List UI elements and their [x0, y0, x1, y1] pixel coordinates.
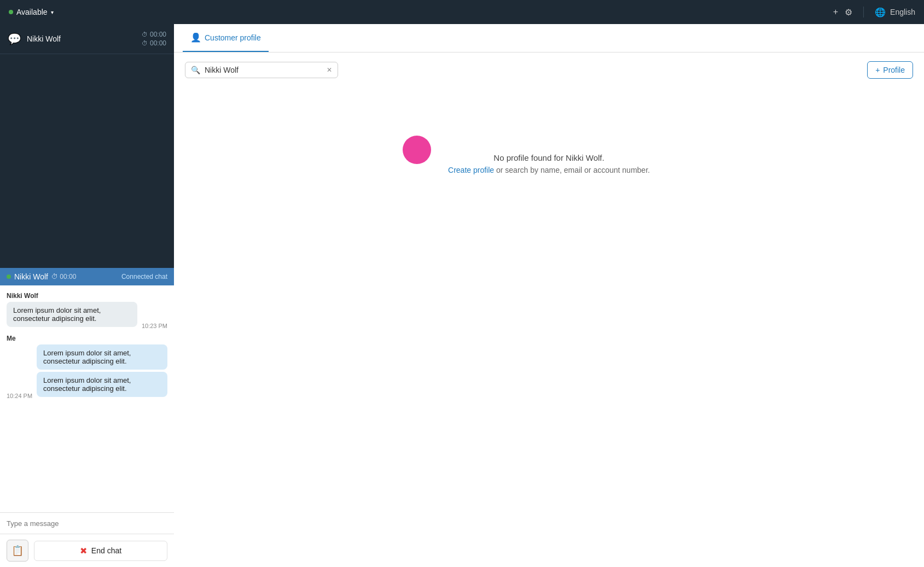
queued-time-1: 00:00 — [150, 31, 166, 38]
search-icon: 🔍 — [191, 66, 200, 74]
queued-time-2: 00:00 — [150, 39, 166, 47]
connected-dot — [7, 274, 11, 279]
sidebar: 💬 Nikki Wolf ⏱ 00:00 ⏱ 00:00 — [0, 24, 174, 567]
clock-icon-1: ⏱ — [142, 31, 148, 38]
status-label: Available — [16, 8, 48, 16]
queued-chat-name: Nikki Wolf — [27, 34, 136, 43]
msg-bubble-left: Lorem ipsum dolor sit amet, consectetur … — [7, 302, 137, 327]
connected-label: Connected chat — [121, 273, 167, 280]
table-row: Nikki Wolf Lorem ipsum dolor sit amet, c… — [7, 292, 167, 329]
end-chat-label: End chat — [91, 546, 121, 555]
left-msg-group: Nikki Wolf Lorem ipsum dolor sit amet, c… — [7, 292, 137, 329]
table-row: Me 10:24 PM Lorem ipsum dolor sit amet, … — [7, 335, 167, 399]
sender-name-nikki: Nikki Wolf — [7, 292, 137, 300]
status-dot — [9, 10, 13, 14]
active-chat-timer: ⏱ 00:00 — [51, 273, 76, 280]
sidebar-bottom: 📋 ✖ End chat — [0, 534, 174, 567]
msg-right-row-1: 10:24 PM Lorem ipsum dolor sit amet, con… — [7, 344, 167, 399]
search-input[interactable] — [205, 66, 322, 74]
sender-name-me: Me — [7, 335, 16, 342]
main-area: 💬 Nikki Wolf ⏱ 00:00 ⏱ 00:00 — [0, 24, 924, 567]
add-icon[interactable]: + — [833, 7, 838, 17]
add-profile-label: Profile — [883, 66, 905, 74]
sidebar-dark-area — [0, 54, 174, 268]
msg-bubble-right-1: Lorem ipsum dolor sit amet, consectetur … — [37, 344, 167, 370]
divider — [863, 7, 864, 17]
search-area: 🔍 ✕ + Profile — [174, 52, 924, 87]
clock-icon-2: ⏱ — [142, 40, 148, 46]
active-chat-header: Nikki Wolf ⏱ 00:00 Connected chat — [0, 268, 174, 285]
customer-profile-icon: 👤 — [190, 32, 201, 43]
search-clear-icon[interactable]: ✕ — [327, 66, 332, 74]
add-profile-button[interactable]: + Profile — [867, 61, 913, 79]
globe-icon: 🌐 — [875, 7, 886, 17]
tab-customer-profile[interactable]: 👤 Customer profile — [183, 24, 269, 52]
chat-info: Nikki Wolf — [27, 34, 136, 43]
topbar: Available ▾ + ⚙ 🌐 English — [0, 0, 924, 24]
msg-bubble-right-2: Lorem ipsum dolor sit amet, consectetur … — [37, 372, 167, 397]
search-box: 🔍 ✕ — [185, 62, 338, 78]
no-profile-sub: Create profile or search by name, email … — [448, 166, 650, 174]
tab-bar: 👤 Customer profile — [174, 24, 924, 52]
message-input-area — [0, 512, 174, 534]
msg-time-0: 10:23 PM — [142, 323, 167, 329]
active-chat-name: Nikki Wolf — [14, 272, 48, 281]
chat-times: ⏱ 00:00 ⏱ 00:00 — [142, 31, 166, 47]
attachment-icon: 📋 — [11, 545, 24, 557]
chevron-down-icon: ▾ — [51, 9, 54, 15]
decoration-circle — [403, 136, 431, 164]
tab-customer-profile-label: Customer profile — [205, 33, 261, 42]
msg-time-1: 10:24 PM — [7, 393, 32, 399]
end-chat-icon: ✖ — [80, 546, 87, 556]
message-input[interactable] — [7, 519, 167, 528]
right-panel: 👤 Customer profile 🔍 ✕ + Profile No prof… — [174, 24, 924, 567]
chat-messages: Nikki Wolf Lorem ipsum dolor sit amet, c… — [0, 285, 174, 512]
active-chat-title: Nikki Wolf ⏱ 00:00 — [7, 272, 76, 281]
no-profile-message: No profile found for Nikki Wolf. — [493, 153, 604, 162]
language-label: English — [890, 8, 915, 16]
attachment-button[interactable]: 📋 — [7, 540, 28, 562]
status-selector[interactable]: Available ▾ — [9, 8, 54, 16]
content-area: No profile found for Nikki Wolf. Create … — [174, 87, 924, 567]
end-chat-button[interactable]: ✖ End chat — [34, 541, 167, 561]
no-profile-sub-text: or search by name, email or account numb… — [494, 166, 650, 174]
gear-icon[interactable]: ⚙ — [845, 7, 852, 17]
chat-icon: 💬 — [8, 32, 21, 45]
queued-chat-item[interactable]: 💬 Nikki Wolf ⏱ 00:00 ⏱ 00:00 — [0, 24, 174, 54]
create-profile-link[interactable]: Create profile — [448, 166, 494, 174]
language-selector[interactable]: 🌐 English — [875, 7, 915, 17]
add-profile-prefix: + — [875, 66, 880, 74]
